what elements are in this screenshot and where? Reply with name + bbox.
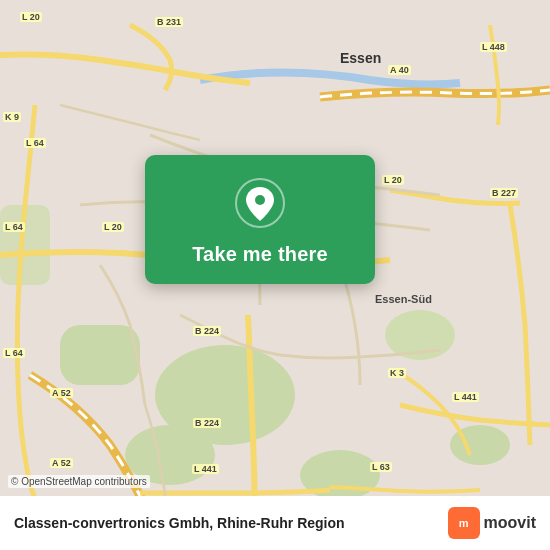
moovit-icon: m bbox=[448, 507, 480, 539]
road-label-l441-1: L 441 bbox=[452, 392, 479, 402]
road-label-b224-1: B 224 bbox=[193, 326, 221, 336]
road-label-l20-mid: L 20 bbox=[102, 222, 124, 232]
bottom-bar: Classen-convertronics Gmbh, Rhine-Ruhr R… bbox=[0, 496, 550, 550]
road-label-l64-2: L 64 bbox=[3, 222, 25, 232]
road-label-k3: K 3 bbox=[388, 368, 406, 378]
road-label-l448: L 448 bbox=[480, 42, 507, 52]
road-label-b227: B 227 bbox=[490, 188, 518, 198]
place-name: Classen-convertronics Gmbh, Rhine-Ruhr R… bbox=[14, 515, 345, 531]
road-label-a52-1: A 52 bbox=[50, 388, 73, 398]
road-label-l64-1: L 64 bbox=[24, 138, 46, 148]
road-label-k9: K 9 bbox=[3, 112, 21, 122]
moovit-logo: m moovit bbox=[448, 507, 536, 539]
moovit-text: moovit bbox=[484, 514, 536, 532]
road-label-l63: L 63 bbox=[370, 462, 392, 472]
svg-rect-3 bbox=[60, 325, 140, 385]
svg-text:Essen: Essen bbox=[340, 50, 381, 66]
bottom-bar-info: Classen-convertronics Gmbh, Rhine-Ruhr R… bbox=[14, 515, 345, 531]
road-label-b231: B 231 bbox=[155, 17, 183, 27]
road-label-b224-2: B 224 bbox=[193, 418, 221, 428]
map-container: Essen Essen-Süd L 20 B 231 A 40 L 448 K … bbox=[0, 0, 550, 550]
road-label-l20-1: L 20 bbox=[20, 12, 42, 22]
map-attribution: © OpenStreetMap contributors bbox=[8, 475, 150, 488]
road-label-l441-2: L 441 bbox=[192, 464, 219, 474]
road-label-l20-right: L 20 bbox=[382, 175, 404, 185]
location-pin-icon bbox=[234, 177, 286, 229]
svg-point-11 bbox=[255, 195, 265, 205]
svg-text:Essen-Süd: Essen-Süd bbox=[375, 293, 432, 305]
take-me-there-button-label: Take me there bbox=[192, 243, 328, 266]
road-label-a40: A 40 bbox=[388, 65, 411, 75]
road-label-l64-3: L 64 bbox=[3, 348, 25, 358]
take-me-there-card[interactable]: Take me there bbox=[145, 155, 375, 284]
road-label-a52-2: A 52 bbox=[50, 458, 73, 468]
